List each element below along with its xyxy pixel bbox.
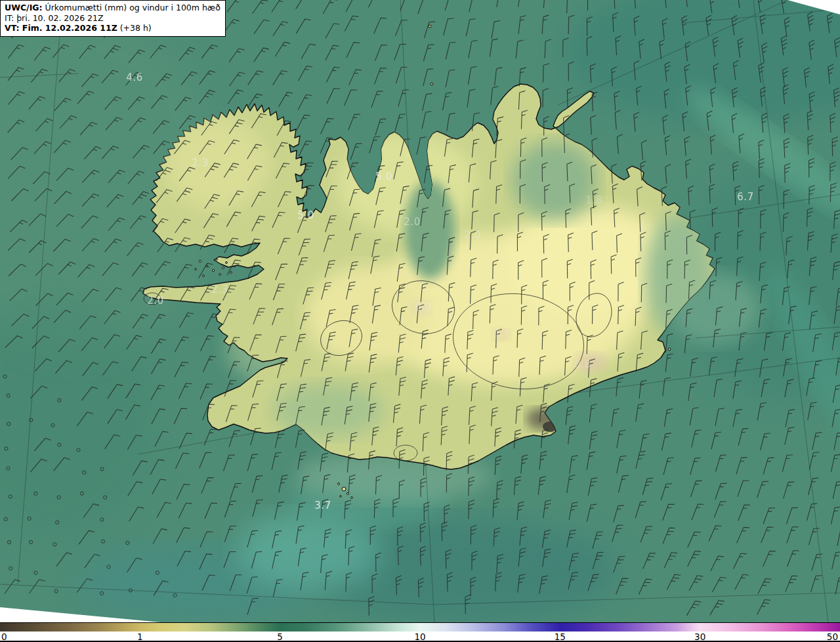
precip-value-label: 5.0 (375, 171, 392, 182)
precip-value-label: 0.9 (415, 301, 431, 313)
precip-value-label: 6.7 (737, 191, 753, 203)
weather-map-screen: 4.62.35.05.02.02.01.86.72.02.30.90.70.83… (0, 0, 840, 642)
colorbar-labels: 01510153050 (0, 631, 840, 642)
precip-value-label: 2.3 (211, 284, 228, 295)
precip-value-label: 0.7 (492, 328, 509, 339)
colorbar-tick-label: 50 (827, 631, 838, 642)
precip-value-label: 2.0 (147, 295, 163, 307)
precip-value-label: 0.8 (574, 358, 591, 370)
title-box: UWC/IG: Úrkomumætti (mm) og vindur i 100… (0, 0, 226, 37)
precip-value-label: 2.3 (192, 157, 208, 169)
title-line-init: IT: þri. 10. 02. 2026 21Z (5, 13, 220, 24)
precip-value-label: 1.8 (585, 194, 602, 206)
colorbar-tick-label: 30 (694, 631, 705, 642)
precip-value-label: 4.6 (126, 72, 142, 83)
colorbar: 01510153050 (0, 622, 840, 642)
colorbar-tick-label: 15 (555, 631, 566, 642)
precip-value-label: 5.0 (297, 209, 314, 221)
precip-value-label: 2.0 (404, 216, 420, 228)
title-line-valid: VT: Fim. 12.02.2026 11Z (+38 h) (5, 23, 220, 33)
colorbar-tick-label: 1 (137, 631, 143, 642)
colorbar-gradient (0, 623, 840, 631)
colorbar-tick-label: 0 (1, 631, 7, 642)
map-area: 4.62.35.05.02.02.01.86.72.02.30.90.70.83… (0, 0, 840, 622)
precip-value-label: 2.0 (464, 229, 480, 241)
precip-value-label: 3.7 (314, 500, 331, 511)
colorbar-tick-label: 5 (277, 631, 283, 642)
title-line-product: UWC/IG: Úrkomumætti (mm) og vindur i 100… (5, 3, 220, 13)
colorbar-tick-label: 10 (414, 631, 425, 642)
